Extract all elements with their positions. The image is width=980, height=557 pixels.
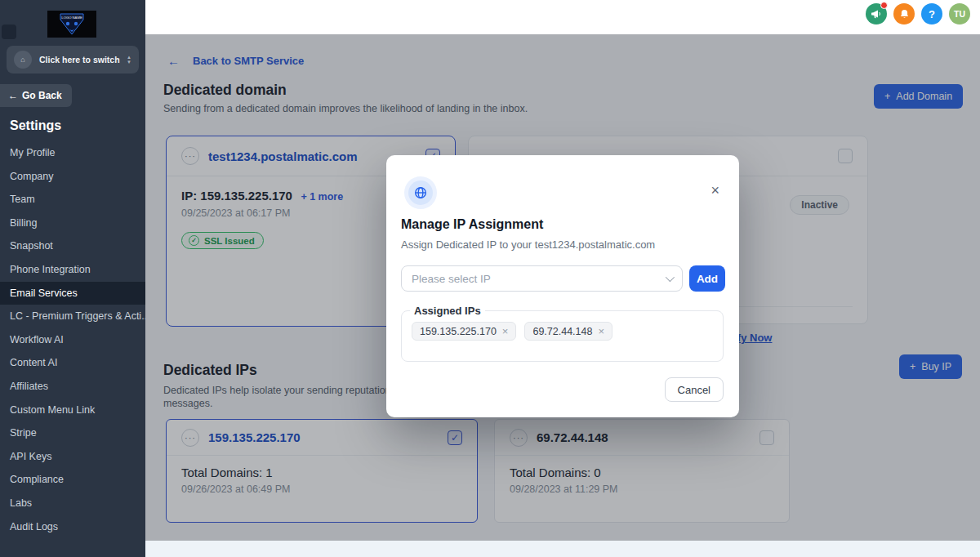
notification-dot — [880, 2, 888, 9]
footer-strip — [145, 541, 980, 557]
assigned-ips-tags: 159.135.225.170 × 69.72.44.148 × — [402, 317, 723, 345]
account-switcher[interactable]: ⌂ Click here to switch ▲▼ — [7, 46, 139, 74]
modal-subtitle: Assign Dedicated IP to your test1234.pos… — [401, 238, 655, 251]
bell-icon — [899, 9, 910, 20]
settings-nav: My Profile Company Team Billing Snapshot… — [0, 141, 145, 538]
sidebar-collapse-icon[interactable] — [2, 25, 16, 39]
announcements-button[interactable] — [866, 3, 887, 25]
close-icon[interactable]: × — [710, 183, 719, 198]
settings-heading: Settings — [10, 118, 61, 133]
sidebar-item-my-profile[interactable]: My Profile — [0, 141, 145, 165]
question-icon: ? — [929, 8, 935, 20]
sidebar-item-compliance[interactable]: Compliance — [0, 468, 145, 492]
sidebar-item-audit-logs[interactable]: Audit Logs — [0, 515, 145, 539]
notifications-button[interactable] — [893, 3, 915, 25]
sidebar-item-team[interactable]: Team — [0, 188, 145, 212]
topbar-icons: ? TU — [866, 3, 970, 25]
go-back-button[interactable]: ← Go Back — [0, 84, 72, 107]
ip-select[interactable]: Please select IP — [401, 265, 683, 292]
ip-tag: 69.72.44.148 × — [524, 322, 612, 341]
sidebar-item-labs[interactable]: Labs — [0, 492, 145, 515]
globe-icon-halo — [404, 176, 437, 209]
sidebar-item-api-keys[interactable]: API Keys — [0, 445, 145, 469]
sidebar-item-snapshot[interactable]: Snapshot — [0, 234, 145, 258]
remove-ip-icon[interactable]: × — [502, 325, 509, 337]
sidebar-item-lc-premium-triggers[interactable]: LC - Premium Triggers & Acti... — [0, 305, 145, 328]
cancel-button[interactable]: Cancel — [665, 377, 724, 402]
sidebar-item-billing[interactable]: Billing — [0, 212, 145, 235]
help-button[interactable]: ? — [921, 3, 942, 25]
avatar[interactable]: TU — [949, 3, 970, 25]
sidebar: LOGO NAME ⌂ Click here to switch ▲▼ ← Go… — [0, 0, 145, 557]
account-switcher-label: Click here to switch — [39, 55, 120, 65]
avatar-initials: TU — [954, 9, 965, 19]
manage-ip-modal: × Manage IP Assignment Assign Dedicated … — [386, 155, 739, 417]
megaphone-icon — [871, 8, 882, 20]
sidebar-item-content-ai[interactable]: Content AI — [0, 351, 145, 375]
modal-title: Manage IP Assignment — [401, 217, 543, 232]
sidebar-item-email-services[interactable]: Email Services — [0, 282, 145, 305]
logo: LOGO NAME — [47, 11, 96, 38]
sidebar-item-stripe[interactable]: Stripe — [0, 421, 145, 445]
back-arrow-icon: ← — [8, 90, 18, 101]
sidebar-item-company[interactable]: Company — [0, 165, 145, 189]
svg-text:LOGO NAME: LOGO NAME — [61, 16, 82, 20]
assigned-ips-fieldset: Assigned IPs 159.135.225.170 × 69.72.44.… — [401, 305, 724, 362]
ip-tag: 159.135.225.170 × — [412, 322, 516, 341]
modal-add-button[interactable]: Add — [689, 265, 725, 292]
remove-ip-icon[interactable]: × — [598, 325, 604, 337]
sidebar-item-workflow-ai[interactable]: Workflow AI — [0, 328, 145, 352]
globe-icon — [408, 180, 433, 205]
sidebar-item-phone-integration[interactable]: Phone Integration — [0, 258, 145, 282]
app-window: LOGO NAME ⌂ Click here to switch ▲▼ ← Go… — [0, 0, 980, 557]
chevron-down-icon — [666, 273, 675, 282]
sidebar-item-custom-menu-link[interactable]: Custom Menu Link — [0, 399, 145, 422]
ip-select-placeholder: Please select IP — [412, 273, 491, 285]
chevron-up-down-icon: ▲▼ — [127, 55, 131, 65]
account-switcher-icon: ⌂ — [14, 51, 32, 69]
logo-image: LOGO NAME — [52, 12, 91, 36]
topbar: ? TU — [145, 0, 980, 34]
assigned-ips-label: Assigned IPs — [410, 305, 485, 317]
sidebar-item-affiliates[interactable]: Affiliates — [0, 375, 145, 399]
